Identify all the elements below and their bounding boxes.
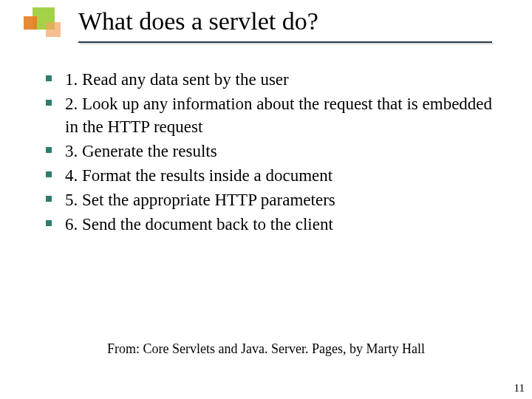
- slide-title: What does a servlet do?: [78, 6, 511, 35]
- bullet-text: 4. Format the results inside a document: [65, 166, 332, 185]
- page-number: 11: [514, 382, 525, 395]
- bullet-text: 1. Read any data sent by the user: [65, 70, 289, 89]
- square-bullet-icon: [46, 196, 52, 202]
- bullet-text: 2. Look up any information about the req…: [65, 95, 492, 136]
- list-item: 4. Format the results inside a document: [44, 164, 497, 187]
- list-item: 1. Read any data sent by the user: [44, 68, 497, 91]
- square-bullet-icon: [46, 100, 52, 106]
- square-bullet-icon: [46, 75, 52, 81]
- list-item: 2. Look up any information about the req…: [44, 92, 497, 138]
- content-area: 1. Read any data sent by the user 2. Loo…: [44, 68, 497, 237]
- decor-square-orange: [24, 16, 37, 30]
- title-underline-shadow: [80, 43, 494, 44]
- bullet-text: 3. Generate the results: [65, 142, 217, 160]
- bullet-list: 1. Read any data sent by the user 2. Loo…: [44, 68, 497, 236]
- list-item: 5. Set the appropriate HTTP parameters: [44, 188, 497, 211]
- list-item: 6. Send the document back to the client: [44, 213, 497, 236]
- bullet-text: 6. Send the document back to the client: [65, 215, 333, 233]
- square-bullet-icon: [46, 171, 52, 177]
- title-decor: [24, 6, 68, 47]
- citation: From: Core Servlets and Java. Server. Pa…: [0, 341, 532, 357]
- decor-square-peach: [46, 22, 61, 37]
- square-bullet-icon: [46, 220, 52, 226]
- square-bullet-icon: [46, 147, 52, 153]
- bullet-text: 5. Set the appropriate HTTP parameters: [65, 191, 335, 209]
- list-item: 3. Generate the results: [44, 140, 497, 163]
- title-block: What does a servlet do?: [24, 6, 511, 35]
